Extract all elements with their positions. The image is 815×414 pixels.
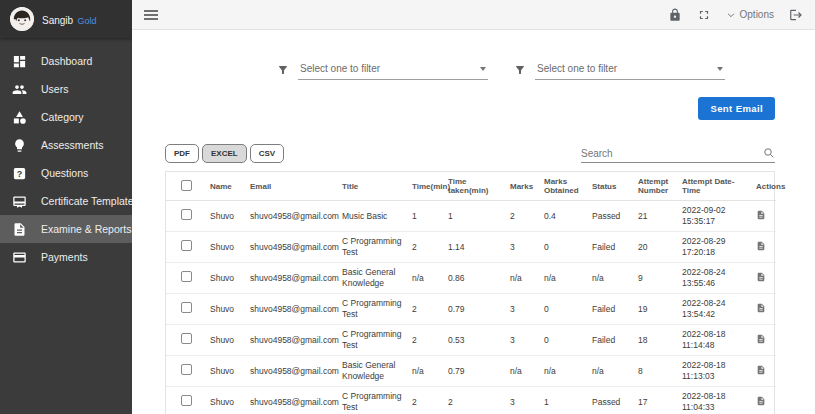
cell-marks: 3 [506,387,540,414]
topbar: Options [132,0,815,30]
filter-select-2[interactable]: Select one to filter [535,60,725,80]
lock-icon[interactable] [668,8,682,22]
report-file-icon[interactable] [756,240,766,252]
sidebar-nav: Dashboard Users Category Assessments ? Q… [0,38,132,271]
report-file-icon[interactable] [756,302,766,314]
filter-placeholder: Select one to filter [537,63,617,74]
sidebar-item-dashboard[interactable]: Dashboard [0,47,132,75]
logout-icon[interactable] [789,8,803,22]
export-pdf-button[interactable]: PDF [165,144,199,163]
row-checkbox[interactable] [181,333,192,344]
svg-text:?: ? [17,168,23,178]
sidebar-item-examine-reports[interactable]: Examine & Reports [0,215,132,243]
search-input[interactable] [581,148,763,159]
user-name: Sangib [42,15,73,26]
cell-time-taken: 0.86 [444,263,506,294]
sent-email-button[interactable]: Sent Email [698,97,775,120]
filter-2: Select one to filter [514,60,725,80]
row-checkbox[interactable] [181,271,192,282]
cell-marks: n/a [506,356,540,387]
dashboard-icon [12,54,27,69]
sidebar-item-questions[interactable]: ? Questions [0,159,132,187]
table-row: Shuvo shuvo4958@gmail.com C Programming … [166,294,776,325]
cell-email: shuvo4958@gmail.com [246,263,338,294]
sidebar-item-label: Certificate Template [41,195,134,207]
cell-email: shuvo4958@gmail.com [246,201,338,232]
cell-time: 1 [408,201,444,232]
cell-name: Shuvo [206,232,246,263]
cell-name: Shuvo [206,387,246,414]
row-checkbox[interactable] [181,240,192,251]
cell-title: C Programming Test [338,294,408,325]
hamburger-menu-icon[interactable] [144,8,158,22]
cell-status: Failed [588,294,634,325]
cell-marks-obtained: n/a [540,263,588,294]
sidebar-item-users[interactable]: Users [0,75,132,103]
filter-placeholder: Select one to filter [300,63,380,74]
cell-time-taken: 0.79 [444,356,506,387]
chevron-down-icon [726,10,736,20]
filters-row: Select one to filter Select one to filte… [277,60,775,80]
user-avatar [10,7,34,31]
sidebar-item-label: Category [41,111,84,123]
cell-attempt-datetime: 2022-08-2413:54:42 [678,294,752,325]
payment-card-icon [12,250,27,265]
sidebar-item-certificate-template[interactable]: Certificate Template [0,187,132,215]
row-checkbox[interactable] [181,302,192,313]
sidebar-item-assessments[interactable]: Assessments [0,131,132,159]
sidebar-item-category[interactable]: Category [0,103,132,131]
sidebar-item-payments[interactable]: Payments [0,243,132,271]
cell-attempt-number: 19 [634,294,678,325]
export-csv-button[interactable]: CSV [250,144,284,163]
funnel-filter-icon [277,64,289,76]
export-excel-button[interactable]: EXCEL [202,144,247,163]
app-root: Sangib Gold Dashboard Users Category Ass… [0,0,815,414]
category-icon [12,110,27,125]
cell-time-taken: 2 [444,387,506,414]
col-time-taken: Time taken(min) [444,172,506,201]
cell-status: Failed [588,232,634,263]
cell-time: 2 [408,325,444,356]
sidebar-item-label: Users [41,83,68,95]
cell-marks: 3 [506,294,540,325]
select-all-checkbox[interactable] [181,180,192,191]
sidebar-item-label: Examine & Reports [41,223,131,235]
sidebar-item-label: Assessments [41,139,103,151]
report-file-icon[interactable] [756,333,766,345]
cell-marks: 3 [506,325,540,356]
cell-time-taken: 0.79 [444,294,506,325]
cell-title: Basic General Knowledge [338,356,408,387]
report-file-icon[interactable] [756,395,766,407]
cell-status: Passed [588,387,634,414]
cell-time-taken: 0.53 [444,325,506,356]
content: Select one to filter Select one to filte… [132,30,815,414]
col-name: Name [206,172,246,201]
row-checkbox[interactable] [181,209,192,220]
user-tier-badge: Gold [78,16,97,26]
cell-marks: 3 [506,232,540,263]
cell-marks-obtained: 0 [540,294,588,325]
report-file-icon[interactable] [756,364,766,376]
user-profile[interactable]: Sangib Gold [0,0,132,38]
report-file-icon[interactable] [756,271,766,283]
sidebar: Sangib Gold Dashboard Users Category Ass… [0,0,132,414]
sidebar-item-label: Dashboard [41,55,92,67]
col-attempt-number: Attempt Number [634,172,678,201]
cell-attempt-datetime: 2022-08-1811:04:33 [678,387,752,414]
options-dropdown[interactable]: Options [726,9,774,20]
cell-time: 2 [408,294,444,325]
cell-attempt-number: 21 [634,201,678,232]
cell-marks: n/a [506,263,540,294]
users-icon [12,82,27,97]
search-box [581,147,775,163]
filter-select-1[interactable]: Select one to filter [298,60,488,80]
main-area: Options Select one to filter [132,0,815,414]
fullscreen-icon[interactable] [697,8,711,22]
cell-time: n/a [408,263,444,294]
cell-time-taken: 1 [444,201,506,232]
report-file-icon[interactable] [756,209,766,221]
cell-time-taken: 1.14 [444,232,506,263]
row-checkbox[interactable] [181,364,192,375]
row-checkbox[interactable] [181,395,192,406]
col-title: Title [338,172,408,201]
